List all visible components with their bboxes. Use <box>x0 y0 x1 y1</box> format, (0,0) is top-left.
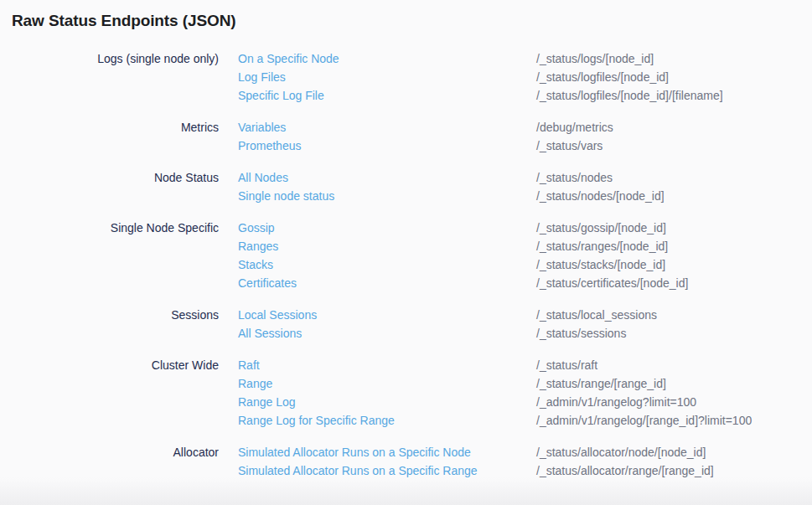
endpoint-link[interactable]: All Nodes <box>238 168 517 187</box>
links-column: GossipRangesStacksCertificates <box>238 219 517 292</box>
paths-column: /_status/local_sessions/_status/sessions <box>536 306 812 343</box>
footer-strip <box>0 477 812 505</box>
paths-column: /debug/metrics/_status/vars <box>536 118 812 155</box>
endpoint-path: /_status/logfiles/[node_id]/[filename] <box>536 86 812 105</box>
paths-column: /_status/allocator/node/[node_id]/_statu… <box>536 443 812 480</box>
raw-status-endpoints-page: Raw Status Endpoints (JSON) Logs (single… <box>0 0 812 505</box>
endpoint-path: /_status/vars <box>536 137 812 155</box>
endpoint-link[interactable]: Ranges <box>238 237 517 255</box>
category-label: Metrics <box>12 118 219 137</box>
endpoint-link[interactable]: Single node status <box>238 187 517 205</box>
endpoint-path: /_status/allocator/range/[range_id] <box>536 461 812 480</box>
category-label: Single Node Specific <box>12 219 219 237</box>
category-label: Logs (single node only) <box>12 49 219 68</box>
endpoint-path: /_status/local_sessions <box>536 306 812 324</box>
endpoint-section: Node StatusAll NodesSingle node status/_… <box>12 168 812 205</box>
endpoint-link[interactable]: Log Files <box>238 68 517 86</box>
endpoint-link[interactable]: Gossip <box>238 219 517 237</box>
links-column: RaftRangeRange LogRange Log for Specific… <box>238 356 517 430</box>
endpoint-section: Logs (single node only)On a Specific Nod… <box>12 49 812 105</box>
endpoint-section: AllocatorSimulated Allocator Runs on a S… <box>12 443 812 480</box>
endpoint-link[interactable]: Simulated Allocator Runs on a Specific R… <box>238 461 517 480</box>
endpoint-section: MetricsVariablesPrometheus/debug/metrics… <box>12 118 812 155</box>
endpoint-path: /_status/nodes <box>536 168 812 187</box>
endpoint-path: /_status/logs/[node_id] <box>536 49 812 68</box>
endpoint-path: /_status/allocator/node/[node_id] <box>536 443 812 461</box>
category-label: Cluster Wide <box>12 356 219 374</box>
endpoint-path: /_status/logfiles/[node_id] <box>536 68 812 86</box>
endpoint-path: /_status/sessions <box>536 324 812 343</box>
endpoint-link[interactable]: Stacks <box>238 255 517 274</box>
endpoint-link[interactable]: Raft <box>238 356 517 374</box>
endpoint-path: /_status/ranges/[node_id] <box>536 237 812 255</box>
category-label: Node Status <box>12 168 219 187</box>
paths-column: /_status/logs/[node_id]/_status/logfiles… <box>536 49 812 105</box>
page-title: Raw Status Endpoints (JSON) <box>0 0 812 31</box>
endpoint-link[interactable]: Specific Log File <box>238 86 517 105</box>
endpoint-path: /_status/gossip/[node_id] <box>536 219 812 237</box>
endpoint-section: Cluster WideRaftRangeRange LogRange Log … <box>12 356 812 430</box>
endpoint-section: SessionsLocal SessionsAll Sessions/_stat… <box>12 306 812 343</box>
endpoint-link[interactable]: Simulated Allocator Runs on a Specific N… <box>238 443 517 461</box>
endpoint-link[interactable]: Range Log <box>238 393 517 411</box>
endpoint-path: /_admin/v1/rangelog?limit=100 <box>536 393 812 411</box>
endpoints-table: Logs (single node only)On a Specific Nod… <box>0 49 812 480</box>
endpoint-link[interactable]: Local Sessions <box>238 306 517 324</box>
links-column: All NodesSingle node status <box>238 168 517 205</box>
endpoint-path: /_status/stacks/[node_id] <box>536 255 812 274</box>
links-column: Local SessionsAll Sessions <box>238 306 517 343</box>
endpoint-link[interactable]: Prometheus <box>238 137 517 155</box>
endpoint-link[interactable]: Range <box>238 374 517 393</box>
endpoint-section: Single Node SpecificGossipRangesStacksCe… <box>12 219 812 292</box>
endpoint-link[interactable]: On a Specific Node <box>238 49 517 68</box>
links-column: On a Specific NodeLog FilesSpecific Log … <box>238 49 517 105</box>
links-column: VariablesPrometheus <box>238 118 517 155</box>
paths-column: /_status/gossip/[node_id]/_status/ranges… <box>536 219 812 292</box>
endpoint-link[interactable]: Certificates <box>238 274 517 292</box>
endpoint-path: /_status/certificates/[node_id] <box>536 274 812 292</box>
links-column: Simulated Allocator Runs on a Specific N… <box>238 443 517 480</box>
endpoint-path: /_status/range/[range_id] <box>536 374 812 393</box>
endpoint-path: /_admin/v1/rangelog/[range_id]?limit=100 <box>536 411 812 430</box>
endpoint-path: /_status/raft <box>536 356 812 374</box>
endpoint-path: /debug/metrics <box>536 118 812 137</box>
category-label: Sessions <box>12 306 219 324</box>
endpoint-path: /_status/nodes/[node_id] <box>536 187 812 205</box>
endpoint-link[interactable]: Range Log for Specific Range <box>238 411 517 430</box>
paths-column: /_status/raft/_status/range/[range_id]/_… <box>536 356 812 430</box>
paths-column: /_status/nodes/_status/nodes/[node_id] <box>536 168 812 205</box>
category-label: Allocator <box>12 443 219 461</box>
endpoint-link[interactable]: All Sessions <box>238 324 517 343</box>
endpoint-link[interactable]: Variables <box>238 118 517 137</box>
